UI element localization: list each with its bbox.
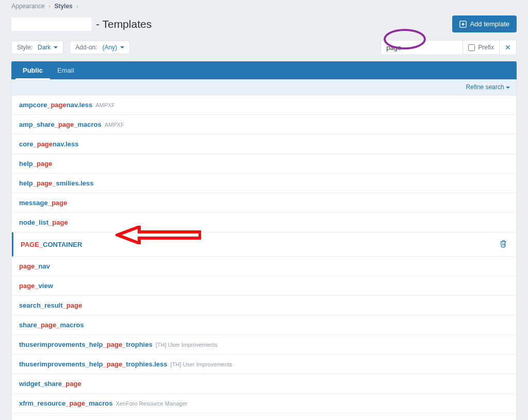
- template-row[interactable]: ampcore_pagenav.lessAMPXF: [12, 95, 516, 115]
- breadcrumb-current[interactable]: Styles: [54, 3, 72, 10]
- template-addon-label: [TH] User Improvements: [156, 342, 218, 348]
- add-template-button[interactable]: Add template: [452, 15, 517, 32]
- breadcrumb: Appearance › Styles ›: [0, 0, 528, 12]
- caret-down-icon: [120, 46, 124, 48]
- prefix-label: Prefix: [478, 44, 494, 51]
- search-input[interactable]: [381, 40, 463, 55]
- caret-down-icon: [506, 87, 510, 89]
- template-row[interactable]: help_page: [12, 154, 516, 174]
- template-addon-label: XenForo Resource Manager: [116, 400, 187, 407]
- template-name[interactable]: PAGE_CONTAINER: [21, 241, 82, 248]
- template-name[interactable]: page_view: [19, 282, 53, 290]
- template-name[interactable]: core_pagenav.less: [19, 140, 78, 148]
- template-name[interactable]: page_nav: [19, 262, 50, 270]
- template-name[interactable]: share_page_macros: [19, 321, 84, 329]
- style-name-placeholder: [11, 18, 92, 31]
- template-name[interactable]: node_list_page: [19, 219, 68, 226]
- caret-down-icon: [54, 46, 58, 48]
- style-dropdown-value: Dark: [38, 44, 51, 51]
- template-row[interactable]: xfrm_resource_page_macrosXenForo Resourc…: [12, 394, 516, 413]
- breadcrumb-root[interactable]: Appearance: [11, 3, 45, 10]
- template-name[interactable]: message_page: [19, 199, 67, 207]
- close-icon: ✕: [505, 43, 511, 52]
- chevron-right-icon: ›: [48, 3, 51, 10]
- template-row[interactable]: node_list_page: [12, 213, 516, 232]
- template-name[interactable]: amp_share_page_macros: [19, 121, 102, 128]
- style-dropdown-label: Style:: [17, 44, 32, 51]
- addon-dropdown-label: Add-on:: [75, 44, 97, 51]
- addon-dropdown[interactable]: Add-on: (Any): [70, 41, 130, 54]
- template-name[interactable]: ampcore_pagenav.less: [19, 101, 92, 109]
- delete-button[interactable]: [498, 238, 509, 250]
- chevron-right-icon: ›: [76, 3, 78, 10]
- trash-icon: [499, 239, 508, 248]
- template-name[interactable]: help_page: [19, 160, 52, 167]
- filter-bar: Style: Dark Add-on: (Any) Prefix ✕: [0, 40, 528, 61]
- template-name[interactable]: help_page_smilies.less: [19, 179, 94, 187]
- template-row[interactable]: message_page: [12, 193, 516, 213]
- template-row[interactable]: page_view: [12, 276, 516, 296]
- template-row[interactable]: page_nav: [12, 257, 516, 276]
- addon-dropdown-value: (Any): [102, 44, 117, 51]
- template-addon-label: AMPXF: [105, 122, 124, 128]
- template-row[interactable]: amp_share_page_macrosAMPXF: [12, 115, 516, 135]
- template-row[interactable]: thuserimprovements_help_page_trophies.le…: [12, 355, 516, 374]
- clear-search-button[interactable]: ✕: [500, 40, 517, 55]
- template-tabs: Public Email: [11, 61, 517, 79]
- page-title: - Templates: [96, 18, 152, 30]
- template-row[interactable]: help_page_smilies.less: [12, 174, 516, 193]
- template-name[interactable]: xfrm_resource_page_macros: [19, 399, 112, 407]
- template-list: ampcore_pagenav.lessAMPXFamp_share_page_…: [11, 95, 517, 420]
- template-addon-label: [TH] User Improvements: [171, 361, 233, 367]
- template-name[interactable]: thuserimprovements_help_page_trophies.le…: [19, 360, 168, 368]
- tab-email[interactable]: Email: [50, 61, 81, 79]
- search-group: Prefix ✕: [381, 40, 517, 55]
- prefix-checkbox-input[interactable]: [468, 44, 475, 51]
- template-row[interactable]: core_pagenav.less: [12, 135, 516, 154]
- template-row[interactable]: _help_page_awards[AddonFlare] XF2 Awards…: [12, 413, 516, 420]
- refine-bar: Refine search: [11, 79, 517, 95]
- template-name[interactable]: widget_share_page: [19, 380, 81, 388]
- add-template-label: Add template: [470, 20, 509, 28]
- prefix-checkbox[interactable]: Prefix: [463, 40, 500, 55]
- page-title-row: - Templates Add template: [0, 12, 528, 40]
- template-row[interactable]: thuserimprovements_help_page_trophies[TH…: [12, 335, 516, 355]
- style-dropdown[interactable]: Style: Dark: [11, 41, 63, 54]
- template-name[interactable]: thuserimprovements_help_page_trophies: [19, 341, 153, 348]
- template-row[interactable]: PAGE_CONTAINER: [12, 232, 516, 257]
- plus-box-icon: [459, 21, 467, 28]
- tab-public[interactable]: Public: [15, 61, 50, 79]
- template-name[interactable]: search_result_page: [19, 301, 82, 309]
- template-row[interactable]: share_page_macros: [12, 315, 516, 335]
- template-row[interactable]: search_result_page: [12, 296, 516, 315]
- template-addon-label: AMPXF: [95, 102, 115, 108]
- template-row[interactable]: widget_share_page: [12, 374, 516, 394]
- refine-search-link[interactable]: Refine search: [466, 83, 510, 91]
